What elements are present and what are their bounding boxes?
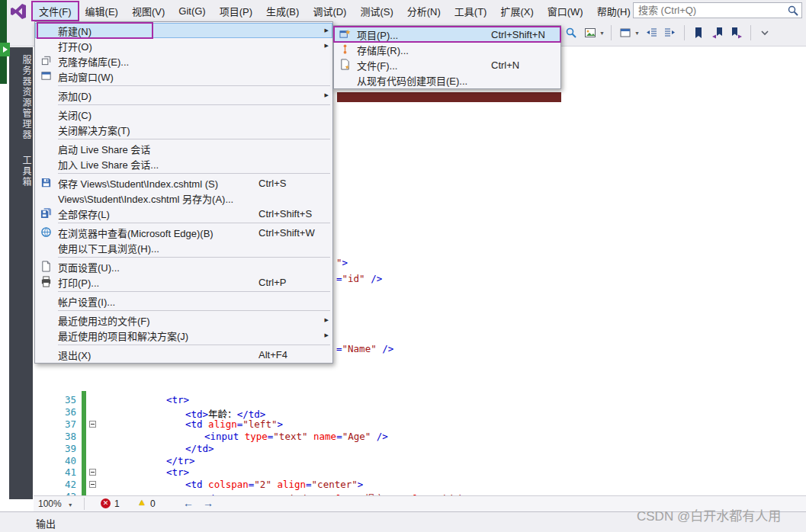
output-panel-title[interactable]: 输出 — [36, 516, 56, 530]
chevron-down-icon[interactable]: ▼ — [599, 30, 605, 36]
divider — [84, 498, 85, 510]
line-number: 39 — [53, 443, 76, 454]
menu-item-shortcut: Alt+F4 — [258, 349, 320, 361]
tool-window-tab[interactable]: 工具箱 — [9, 148, 33, 195]
file-menu-item[interactable]: 克隆存储库(E)... — [35, 53, 332, 69]
menu-item-label: 添加(D) — [58, 88, 258, 103]
menubar-item[interactable]: 编辑(E) — [79, 2, 125, 21]
navigate-forward-icon[interactable]: → — [203, 497, 214, 509]
menubar-item[interactable]: 工具(T) — [448, 2, 494, 21]
warning-icon[interactable]: ▲ — [137, 497, 146, 508]
blank-icon — [40, 108, 53, 120]
file-menu-item[interactable]: 最近使用的项目和解决方案(J)▶ — [35, 328, 332, 343]
decrease-indent-icon[interactable] — [643, 24, 660, 41]
window-icon — [40, 70, 53, 82]
new-submenu-item[interactable]: 项目(P)...Ctrl+Shift+N — [334, 27, 560, 42]
menu-separator — [58, 223, 330, 223]
zoom-selector[interactable]: 100%▼ — [38, 498, 73, 509]
increase-indent-icon[interactable] — [662, 24, 679, 41]
tool-window-tab[interactable]: 服务器资源管理器 — [9, 47, 33, 148]
navigate-back-icon[interactable]: ← — [183, 497, 194, 509]
blank-icon — [40, 89, 53, 101]
file-menu-item[interactable]: 添加(D)▶ — [35, 88, 332, 103]
menu-item-shortcut: Ctrl+Shift+N — [491, 29, 557, 40]
menu-item-label: 帐户设置(I)... — [58, 294, 258, 309]
file-menu-item[interactable]: 全部保存(L)Ctrl+Shift+S — [35, 206, 332, 221]
file-menu-item[interactable]: 启动 Live Share 会话 — [35, 141, 332, 156]
menubar-item[interactable]: 文件(F) — [32, 2, 79, 21]
file-menu-item[interactable]: 页面设置(U)... — [35, 259, 332, 274]
fold-toggle-icon[interactable] — [89, 481, 96, 488]
menu-separator — [58, 173, 330, 174]
file-menu-item[interactable]: 新建(N)▶ — [35, 23, 332, 38]
menubar-items: 文件(F)编辑(E)视图(V)Git(G)项目(P)生成(B)调试(D)测试(S… — [32, 0, 637, 21]
chevron-down-icon: ▼ — [68, 502, 73, 508]
menu-item-shortcut: Ctrl+P — [258, 277, 320, 288]
file-menu-item[interactable]: 关闭解决方案(T) — [35, 122, 332, 137]
file-menu-item[interactable]: 加入 Live Share 会话... — [35, 156, 332, 171]
menu-item-label: 克隆存储库(E)... — [58, 54, 258, 69]
search-icon[interactable] — [787, 5, 799, 17]
menu-separator — [58, 85, 330, 86]
menu-item-label: 最近使用过的文件(F) — [58, 313, 258, 328]
menu-separator — [58, 310, 330, 311]
file-menu-item[interactable]: 保存 Views\Student\Index.cshtml (S)Ctrl+S — [35, 175, 332, 191]
previous-bookmark-icon[interactable] — [709, 24, 726, 41]
chevron-down-icon[interactable]: ▼ — [634, 30, 640, 36]
file-menu-list: 新建(N)▶打开(O)▶克隆存储库(E)...启动窗口(W)添加(D)▶关闭(C… — [35, 23, 332, 362]
file-menu-item[interactable]: 帐户设置(I)... — [35, 293, 332, 309]
menu-item-label: 退出(X) — [58, 348, 258, 362]
menu-item-label: 项目(P)... — [357, 27, 491, 42]
file-menu-item[interactable]: 关闭(C) — [35, 107, 332, 122]
csdn-watermark: CSDN @白开水都有人用 — [637, 505, 781, 524]
menu-item-label: Views\Student\Index.cshtml 另存为(A)... — [58, 191, 258, 206]
fold-toggle-icon[interactable] — [89, 469, 96, 476]
quick-search-box[interactable] — [633, 2, 802, 18]
submenu-arrow-icon: ▶ — [320, 43, 329, 49]
file-menu-item[interactable]: 打印(P)...Ctrl+P — [35, 274, 332, 290]
menubar-item[interactable]: 项目(P) — [213, 2, 259, 21]
menubar-item[interactable]: 扩展(X) — [493, 2, 540, 21]
menu-item-label: 加入 Live Share 会话... — [58, 157, 258, 171]
new-submenu-item[interactable]: 存储库(R)... — [334, 42, 560, 57]
next-bookmark-icon[interactable] — [728, 24, 745, 41]
code-line: <tr> — [166, 394, 189, 405]
new-submenu-item[interactable]: 从现有代码创建项目(E)... — [334, 72, 560, 88]
file-menu-item[interactable]: 打开(O)▶ — [35, 38, 332, 53]
search-input[interactable] — [638, 4, 783, 17]
new-submenu-item[interactable]: 文件(F)...Ctrl+N — [334, 57, 560, 72]
blank-icon — [40, 123, 53, 136]
line-number: 38 — [53, 431, 76, 442]
menu-item-label: 启动窗口(W) — [58, 69, 258, 84]
toggle-bookmark-icon[interactable] — [690, 24, 707, 41]
file-menu-item[interactable]: Views\Student\Index.cshtml 另存为(A)... — [35, 191, 332, 206]
window-layout-icon[interactable] — [617, 24, 634, 41]
file-menu-item[interactable]: 在浏览器中查看(Microsoft Edge)(B)Ctrl+Shift+W — [35, 225, 332, 240]
menubar-item[interactable]: 生成(B) — [259, 2, 306, 21]
code-line: <tr> — [166, 466, 189, 478]
menubar-item[interactable]: 视图(V) — [125, 2, 172, 21]
file-menu-item[interactable]: 启动窗口(W) — [35, 69, 332, 84]
saveall-icon — [40, 207, 53, 220]
menu-separator — [58, 104, 330, 105]
view-in-browser-icon[interactable] — [563, 24, 580, 41]
warning-count: 0 — [150, 498, 156, 509]
blank-icon — [40, 295, 53, 307]
file-menu-item[interactable]: 退出(X)Alt+F4 — [35, 347, 332, 362]
blank-icon — [40, 314, 53, 326]
menubar-item[interactable]: 帮助(H) — [590, 2, 637, 21]
blank-icon — [40, 158, 53, 170]
menubar-item[interactable]: 窗口(W) — [541, 2, 590, 21]
menubar-item[interactable]: Git(G) — [172, 3, 212, 19]
menubar-item[interactable]: 测试(S) — [353, 2, 400, 21]
error-icon[interactable]: ✕ — [101, 498, 111, 508]
menubar-item[interactable]: 调试(D) — [306, 2, 353, 21]
fold-toggle-icon[interactable] — [89, 421, 96, 428]
menubar-item[interactable]: 分析(N) — [400, 2, 448, 21]
image-preview-icon[interactable] — [582, 24, 599, 41]
file-menu-item[interactable]: 最近使用过的文件(F)▶ — [35, 312, 332, 328]
menu-item-shortcut: Ctrl+Shift+W — [258, 227, 320, 239]
menu-item-label: 新建(N) — [58, 24, 258, 38]
file-menu-item[interactable]: 使用以下工具浏览(H)... — [35, 240, 332, 255]
toolbar-overflow-icon[interactable] — [756, 24, 773, 41]
